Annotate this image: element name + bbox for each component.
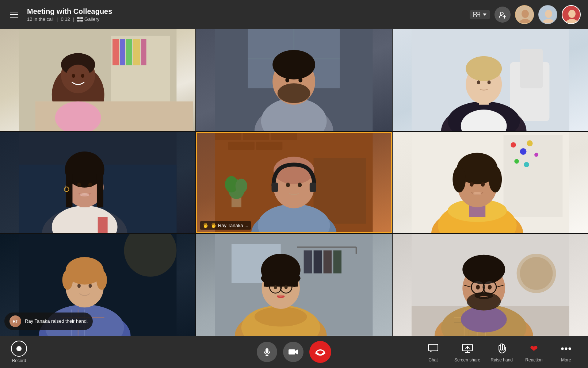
reaction-button[interactable]: ❤ Reaction [523,341,545,363]
participant-video-2 [196,29,392,131]
svg-rect-23 [120,39,125,65]
hand-emoji: 🖐 [203,223,209,228]
mute-button[interactable] [257,342,277,362]
menu-button[interactable] [7,9,21,20]
svg-point-192 [569,348,571,350]
participant-video-3 [393,29,588,131]
svg-rect-94 [503,135,562,217]
svg-rect-89 [272,183,278,192]
meeting-subtitle: 12 in the call | 0:12 | Gallery [27,16,112,22]
action-buttons: Chat Screen share [422,341,577,363]
video-cell-9[interactable] [393,234,588,336]
svg-point-71 [80,193,89,196]
record-button[interactable]: Record [11,341,27,363]
avatar-3[interactable] [562,5,581,24]
svg-point-127 [88,284,92,288]
svg-rect-133 [324,250,332,273]
participant-video-9 [393,234,588,336]
meeting-title: Meeting with Colleagues [27,7,112,16]
svg-rect-5 [477,12,480,14]
screen-share-label: Screen share [454,357,480,363]
chat-icon [426,341,440,356]
reaction-icon: ❤ [527,341,541,356]
video-cell-6[interactable] [393,132,588,234]
svg-point-191 [565,348,568,350]
video-cell-4[interactable] [0,132,195,234]
add-person-button[interactable] [495,7,511,23]
svg-point-155 [520,257,553,290]
svg-rect-178 [266,348,268,353]
bottom-bar: Record [0,336,588,368]
svg-rect-188 [503,345,504,350]
layout-button[interactable] [470,10,490,19]
call-controls [257,341,331,363]
svg-point-176 [476,285,480,290]
svg-point-91 [286,183,290,187]
svg-rect-182 [428,344,438,351]
svg-rect-132 [314,250,322,273]
header: Meeting with Colleagues 12 in the call |… [0,0,588,29]
svg-point-55 [466,56,502,81]
more-icon [559,341,573,356]
camera-button[interactable] [283,342,303,362]
svg-rect-78 [256,142,283,150]
svg-rect-76 [271,132,297,140]
gallery-view-button[interactable]: Gallery [77,16,99,22]
svg-point-30 [66,65,91,91]
record-label: Record [12,358,26,363]
participant-video-8 [196,234,392,336]
svg-rect-24 [126,39,132,65]
call-duration: 0:12 [61,16,70,22]
svg-point-168 [462,255,505,284]
svg-point-31 [72,74,75,78]
video-grid: 🖐 🖐 Ray Tanaka ... [0,29,588,336]
svg-rect-6 [473,15,476,17]
avatar-image-2 [539,6,557,24]
svg-rect-74 [215,132,241,140]
raise-hand-icon [495,341,509,356]
svg-rect-62 [98,217,108,233]
svg-point-97 [514,159,519,164]
record-dot [16,346,22,351]
meeting-info: Meeting with Colleagues 12 in the call |… [27,7,112,22]
end-call-button[interactable] [309,341,331,363]
participant-video-4 [0,132,195,234]
svg-rect-21 [111,36,170,101]
chat-button[interactable]: Chat [422,341,444,363]
layout-chevron-icon [483,14,486,16]
svg-point-32 [81,74,84,78]
participant-video-5 [196,132,392,234]
svg-point-124 [62,270,73,290]
video-cell-7[interactable]: RT Ray Tanaka raised their hand. [0,234,195,336]
more-label: More [561,357,571,363]
video-cell-3[interactable] [393,29,588,131]
video-cell-1[interactable] [0,29,195,131]
avatar-2[interactable] [538,5,557,24]
record-icon [11,341,27,357]
video-cell-8[interactable] [196,234,392,336]
camera-icon [289,348,298,356]
screen-share-button[interactable]: Screen share [454,341,480,363]
svg-point-100 [524,162,529,167]
gallery-icon [77,17,83,22]
video-cell-ray-tanaka[interactable]: 🖐 🖐 Ray Tanaka ... [196,132,392,234]
svg-rect-77 [228,142,255,150]
video-cell-2[interactable] [196,29,392,131]
svg-point-177 [488,285,492,290]
layout-icon [473,12,480,17]
svg-rect-22 [112,39,119,65]
avatar-1[interactable] [515,5,534,24]
svg-point-12 [522,10,529,18]
svg-point-45 [286,78,290,83]
svg-point-125 [96,270,107,290]
add-person-icon [499,11,507,19]
svg-point-96 [520,148,526,155]
svg-point-57 [487,80,490,84]
svg-point-44 [278,83,310,103]
svg-rect-75 [243,132,270,140]
raise-hand-button[interactable]: Raise hand [490,341,513,363]
svg-point-149 [274,285,277,290]
reaction-label: Reaction [525,357,542,363]
svg-point-126 [77,284,81,288]
more-button[interactable]: More [555,341,577,363]
